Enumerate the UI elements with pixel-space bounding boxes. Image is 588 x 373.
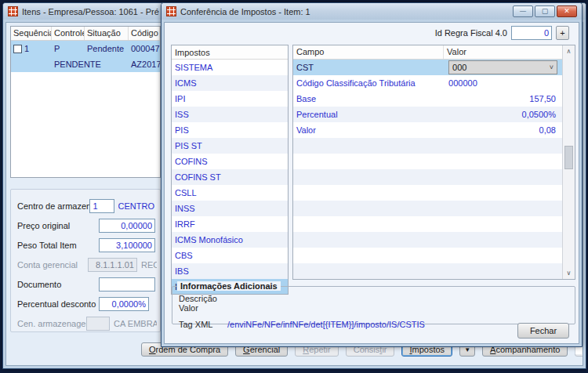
form-row-preco-original: Preço original 0,00000 [11,215,160,235]
table-empty-row [293,154,562,169]
row-percentual[interactable]: Percentual 0,0500% [293,107,562,122]
form-row-peso-total: Peso Total Item 3,100000 [11,235,160,255]
informacoes-adicionais-groupbox: Informações Adicionais Descrição Valor T… [172,286,575,324]
preco-original-input[interactable]: 0,00000 [99,219,155,233]
table-empty-row [293,263,562,279]
table-empty-row [293,138,562,154]
list-item-sistema[interactable]: SISTEMA [172,60,288,75]
cell-sequencia: 1 [24,44,29,53]
maximize-icon: ▢ [542,7,549,15]
row-valor[interactable]: Valor 0,08 [293,122,562,138]
cell-codigo-desc: AZ2017 - MATE [129,60,160,69]
tag-xml-row: Tag XML /enviNFe/NFe/infNFe/det[{ITEM}]/… [179,320,575,329]
maximize-button[interactable]: ▢ [535,5,555,17]
list-item-cbs[interactable]: CBS [172,248,288,263]
field-label: Preço original [17,221,99,230]
id-regra-fiscal-row: Id Regra Fiscal 4.0 0 + [435,26,569,40]
app-icon [8,6,18,16]
id-regra-fiscal-input[interactable]: 0 [511,26,552,40]
add-regra-button[interactable]: + [556,26,569,40]
fechar-button[interactable]: Fechar [517,323,569,339]
vertical-scrollbar[interactable]: ∧ ∨ [562,45,575,279]
plus-icon: + [560,28,564,38]
tag-xml-label: Tag XML [179,320,227,329]
field-label: Centro de armazenagem [17,201,89,211]
form-row-centro-armazenagem: Centro de armazenagem 1 CENTRO 1 [11,196,160,215]
list-item-icms[interactable]: ICMS [172,75,288,91]
percentual-desconto-input[interactable]: 0,0000% [99,297,149,311]
list-item-pis-st[interactable]: PIS ST [172,138,288,154]
peso-total-input[interactable]: 3,100000 [99,238,155,252]
column-header-codigo-material[interactable]: Código Materia [129,27,160,40]
table-empty-row [293,169,562,185]
list-item-pis[interactable]: PIS [172,122,288,138]
minimize-icon: — [520,7,527,15]
scroll-up-icon[interactable]: ∧ [563,45,575,57]
cell-controle: P [52,44,85,53]
row-cst[interactable]: CST 000 ˅ [293,60,562,75]
minimize-button[interactable]: — [513,5,533,17]
conta-gerencial-description: REC [141,260,157,270]
chevron-down-icon: ˅ [550,63,554,71]
field-label: Peso Total Item [17,241,99,250]
form-row-documento: Documento [11,274,160,294]
conta-gerencial-input: 8.1.1.1.01 [88,258,137,272]
close-button[interactable]: ✕ [557,5,577,17]
list-item-ibs[interactable]: IBS [172,263,288,279]
column-header-controle[interactable]: Controle [52,27,85,40]
cell-codigo: 000047 [129,44,160,53]
field-label: Cen. armazenagem transf [17,319,86,328]
documento-input[interactable] [99,277,155,292]
id-regra-fiscal-label: Id Regra Fiscal 4.0 [435,28,507,38]
list-item-csll[interactable]: CSLL [172,185,288,201]
form-row-percentual-desconto: Percentual desconto 0,0000% [11,294,160,313]
row-codigo-classificacao[interactable]: Código Classificação Tributária 000000 [293,75,562,91]
campo-valor-table: Campo Valor CST 000 ˅ Código Classificaç… [292,45,575,280]
list-item-ipi[interactable]: IPI [172,91,288,107]
impostos-list-header: Impostos [172,45,288,60]
cell-situacao: Pendente [85,44,129,53]
row-checkbox[interactable] [13,45,22,53]
items-table-header: Sequência Controle Situação Código Mater… [11,27,160,41]
close-icon: ✕ [564,7,570,15]
list-item-inss[interactable]: INSS [172,201,288,216]
cen-armazenagem-transf-input [86,317,110,331]
row-base[interactable]: Base 157,50 [293,91,562,107]
table-row-line2[interactable]: PENDENTE AZ2017 - MATE [11,56,160,72]
app-icon [166,6,176,16]
campo-valor-header: Campo Valor [293,45,562,60]
list-item-icms-monofasico[interactable]: ICMS Monofásico [172,232,288,248]
table-empty-row [293,216,562,232]
table-empty-row [293,185,562,201]
cen-armazenagem-transf-description: CA EMBRAN [114,319,157,328]
table-empty-row [293,232,562,248]
centro-armazenagem-input[interactable]: 1 [89,199,114,213]
descricao-valor-label: Descrição Valor [179,294,227,313]
cell-status: PENDENTE [52,60,129,69]
field-label: Conta gerencial [17,260,88,270]
dialog-title: Conferência de Impostos - Item: 1 [180,7,310,16]
list-item-irrf[interactable]: IRRF [172,216,288,232]
scroll-down-icon[interactable]: ∨ [563,267,575,279]
column-header-campo[interactable]: Campo [293,45,444,59]
list-item-cofins-st[interactable]: COFINS ST [172,169,288,185]
column-header-valor[interactable]: Valor [444,45,562,59]
scrollbar-thumb[interactable] [564,146,573,169]
field-label: Documento [17,280,99,289]
column-header-sequencia[interactable]: Sequência [11,27,52,40]
dialog-titlebar[interactable]: Conferência de Impostos - Item: 1 — ▢ ✕ [162,3,582,20]
window-controls: — ▢ ✕ [513,5,577,17]
centro-armazenagem-description: CENTRO 1 [118,201,157,211]
list-item-cofins[interactable]: COFINS [172,154,288,169]
tag-xml-value: /enviNFe/NFe/infNFe/det[{ITEM}]/imposto/… [227,320,425,329]
list-item-iss[interactable]: ISS [172,107,288,122]
item-form-groupbox: Centro de armazenagem 1 CENTRO 1 Preço o… [10,189,161,332]
conferencia-impostos-dialog: Conferência de Impostos - Item: 1 — ▢ ✕ … [161,2,583,347]
table-empty-row [293,201,562,216]
field-label: Percentual desconto [17,299,99,309]
table-empty-row [293,248,562,263]
form-row-cen-armazenagem-transf: Cen. armazenagem transf CA EMBRAN [11,313,160,333]
column-header-situacao[interactable]: Situação [85,27,129,40]
cst-dropdown[interactable]: 000 ˅ [448,60,557,74]
table-row[interactable]: 1 P Pendente 000047 [11,41,160,56]
